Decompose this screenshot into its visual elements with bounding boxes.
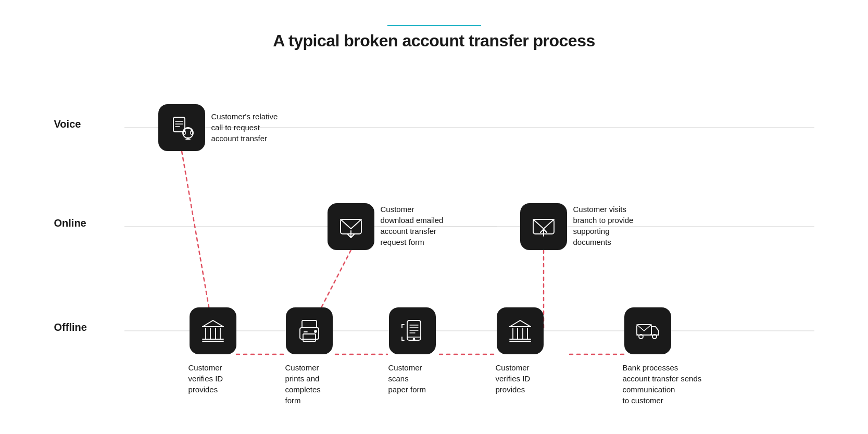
svg-line-3	[182, 151, 213, 331]
title-section: A typical broken account transfer proces…	[0, 25, 868, 51]
svg-rect-32	[302, 320, 317, 328]
step2-icon-box	[328, 203, 374, 250]
step2-label: Customerdownload emailedaccount transfer…	[381, 204, 444, 247]
step8-label: Bank processesaccount transfer sendscomm…	[623, 362, 702, 406]
svg-marker-48	[510, 320, 531, 327]
step7-label: Customerverifies IDprovides	[496, 362, 531, 395]
svg-rect-34	[303, 334, 316, 341]
printer-icon	[296, 317, 323, 344]
svg-point-39	[413, 339, 414, 340]
step3-icon-box	[520, 203, 567, 250]
channel-offline-label: Offline	[54, 321, 87, 333]
svg-rect-11	[173, 117, 185, 132]
email-up-icon	[530, 213, 557, 240]
truck-icon	[634, 317, 661, 344]
headset-icon	[168, 114, 195, 141]
channel-voice-label: Voice	[54, 118, 81, 130]
step1-label: Customer's relativecall to requestaccoun…	[211, 111, 278, 144]
svg-point-36	[315, 330, 317, 332]
step7-icon-box	[497, 307, 544, 354]
step8-icon-box	[624, 307, 671, 354]
step4-icon-box	[190, 307, 236, 354]
diagram: Voice Online Offline Customer's relative…	[44, 66, 825, 410]
step6-icon-box	[389, 307, 436, 354]
step5-label: Customerprints andcompletesform	[285, 362, 321, 406]
svg-point-15	[183, 128, 193, 138]
title-accent-line	[387, 25, 481, 26]
step6-label: Customerscanspaper form	[388, 362, 426, 395]
email-down-icon	[337, 213, 364, 240]
step4-label: Customerverifies IDprovides	[188, 362, 223, 395]
main-title: A typical broken account transfer proces…	[273, 31, 595, 51]
page: A typical broken account transfer proces…	[0, 0, 868, 434]
channel-online-label: Online	[54, 217, 86, 229]
bank2-icon	[507, 317, 534, 344]
step1-icon-box	[158, 104, 205, 151]
scan-icon	[399, 317, 426, 344]
step3-label: Customer visitsbranch to providesupporti…	[573, 204, 634, 247]
step5-icon-box	[286, 307, 333, 354]
bank-icon	[199, 317, 227, 344]
svg-marker-24	[203, 320, 223, 327]
